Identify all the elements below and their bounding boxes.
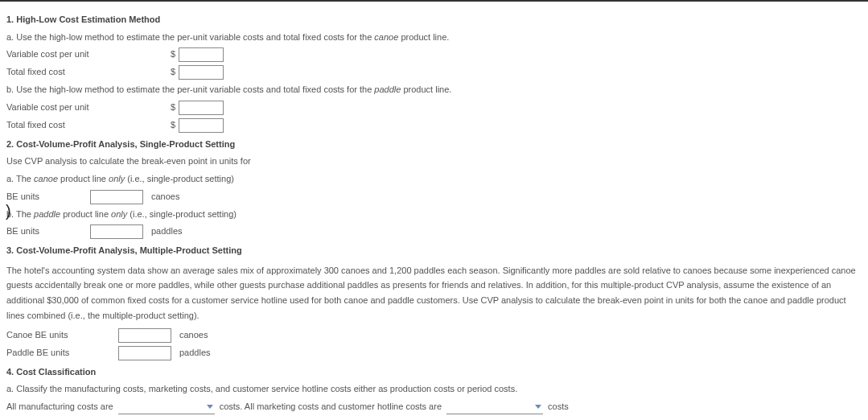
q2a-be-input[interactable] bbox=[90, 190, 143, 204]
q1a-post: product line. bbox=[398, 32, 449, 42]
canoe-be-label: Canoe BE units bbox=[6, 328, 115, 343]
q4a-row: All manufacturing costs are costs. All m… bbox=[6, 400, 862, 414]
q1a-text: a. Use the high-low method to estimate t… bbox=[6, 31, 862, 45]
dollar-sign: $ bbox=[171, 101, 175, 115]
q2b-em2: only bbox=[111, 209, 127, 219]
q1b-varcost-row: Variable cost per unit $ bbox=[6, 101, 862, 115]
dollar-sign: $ bbox=[171, 47, 175, 62]
q2a-pre: a. The bbox=[6, 174, 34, 183]
q1-heading: 1. High-Low Cost Estimation Method bbox=[6, 13, 862, 27]
q3-paddle-row: Paddle BE units paddles bbox=[6, 346, 862, 360]
q1a-em: canoe bbox=[374, 32, 398, 42]
q4-heading: 4. Cost Classification bbox=[6, 365, 862, 380]
q3-para: The hotel's accounting system data show … bbox=[6, 263, 862, 323]
q2b-post: (i.e., single-product setting) bbox=[127, 209, 237, 219]
varcost-label: Variable cost per unit bbox=[6, 47, 167, 62]
q1a-pre: a. Use the high-low method to estimate t… bbox=[6, 32, 374, 42]
q4a-select-2[interactable] bbox=[446, 400, 543, 414]
canoes-unit-3: canoes bbox=[179, 328, 208, 343]
q2b-mid: product line bbox=[60, 209, 111, 219]
varcost-label-b: Variable cost per unit bbox=[6, 101, 167, 115]
q2b-em: paddle bbox=[34, 209, 60, 219]
paddles-unit: paddles bbox=[151, 224, 183, 239]
q1a-varcost-input[interactable] bbox=[179, 47, 224, 62]
q3-paddle-input[interactable] bbox=[118, 346, 171, 360]
q2a-be-row: BE units canoes bbox=[6, 190, 862, 204]
q2b-be-row: BE units paddles bbox=[6, 224, 862, 239]
q4a-select-1[interactable] bbox=[118, 400, 215, 414]
chevron-down-icon bbox=[207, 405, 213, 409]
q1a-fixed-input[interactable] bbox=[179, 65, 224, 80]
canoes-unit: canoes bbox=[151, 190, 179, 204]
q4a-3: costs bbox=[548, 400, 569, 414]
paren-decoration: ) bbox=[6, 198, 11, 224]
q2-sub: Use CVP analysis to calculate the break-… bbox=[6, 154, 862, 169]
q2a-post: (i.e., single-product setting) bbox=[125, 174, 234, 183]
dollar-sign: $ bbox=[171, 65, 175, 80]
q1b-text: b. Use the high-low method to estimate t… bbox=[6, 83, 862, 97]
be-label-b: BE units bbox=[6, 224, 87, 239]
q4a-2: costs. All marketing costs and customer … bbox=[220, 400, 442, 414]
be-label-a: BE units bbox=[6, 190, 87, 204]
q2a-text: a. The canoe product line only (i.e., si… bbox=[6, 172, 862, 187]
q2a-em: canoe bbox=[34, 174, 58, 183]
paddles-unit-3: paddles bbox=[179, 346, 211, 360]
chevron-down-icon bbox=[535, 405, 541, 409]
q3-canoe-row: Canoe BE units canoes bbox=[6, 328, 862, 343]
fixed-label-b: Total fixed cost bbox=[6, 118, 167, 133]
q2a-mid: product line bbox=[58, 174, 109, 183]
q1b-em: paddle bbox=[374, 84, 401, 94]
q4a-1: All manufacturing costs are bbox=[6, 400, 113, 414]
q3-canoe-input[interactable] bbox=[118, 328, 171, 343]
q1a-fixed-row: Total fixed cost $ bbox=[6, 65, 862, 80]
q3-heading: 3. Cost-Volume-Profit Analysis, Multiple… bbox=[6, 244, 862, 258]
q1b-fixed-input[interactable] bbox=[179, 118, 224, 133]
q1a-varcost-row: Variable cost per unit $ bbox=[6, 47, 862, 62]
paddle-be-label: Paddle BE units bbox=[6, 346, 115, 360]
q2b-be-input[interactable] bbox=[90, 224, 143, 239]
q1b-varcost-input[interactable] bbox=[179, 101, 224, 115]
q1b-pre: b. Use the high-low method to estimate t… bbox=[6, 84, 374, 94]
q1b-fixed-row: Total fixed cost $ bbox=[6, 118, 862, 133]
q2-heading: 2. Cost-Volume-Profit Analysis, Single-P… bbox=[6, 138, 862, 152]
q4a-text: a. Classify the manufacturing costs, mar… bbox=[6, 382, 862, 397]
q1b-post: product line. bbox=[401, 84, 451, 94]
q2b-text: b. The paddle product line only (i.e., s… bbox=[6, 208, 862, 222]
q2a-em2: only bbox=[109, 174, 125, 183]
dollar-sign: $ bbox=[171, 118, 175, 133]
fixed-label: Total fixed cost bbox=[6, 65, 167, 80]
